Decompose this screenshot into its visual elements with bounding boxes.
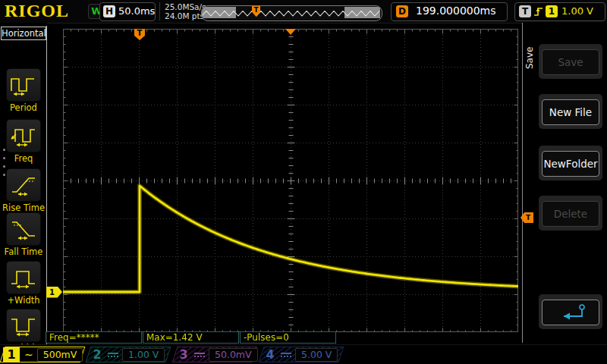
waveform-display: [63, 29, 518, 332]
new-folder-button[interactable]: NewFolder: [539, 146, 602, 180]
delay-badge: D: [396, 5, 408, 17]
channel1-offset-marker[interactable]: 1: [46, 287, 62, 298]
new-file-button[interactable]: New File: [539, 94, 602, 129]
back-button[interactable]: [539, 294, 602, 329]
ac-coupling-icon: ~: [24, 349, 33, 361]
save-button[interactable]: Save: [539, 44, 602, 79]
waveform-preview-strip[interactable]: T: [201, 5, 382, 21]
channel-4[interactable]: 4 5.00 V: [259, 347, 344, 362]
top-status-bar: RIGOL WAIT H 50.0ms 25.0MSa/s 24.0M pts …: [0, 0, 607, 24]
return-icon: [553, 303, 588, 322]
preview-waveform: [202, 6, 380, 19]
rise-time-icon: [9, 173, 38, 197]
dc-coupling-icon: [194, 353, 205, 357]
measure-item-period[interactable]: Period: [0, 68, 47, 113]
trigger-badge: T: [519, 5, 531, 17]
measure-item-rise-time[interactable]: Rise Time: [0, 168, 47, 213]
plus-width-icon: [9, 265, 38, 290]
measurement-max[interactable]: Max=1.42 V: [143, 331, 239, 344]
channel-status-bar: 1 ~ 500mV 2 1.00 V 3 50.0mV 4 5.00: [0, 344, 607, 364]
period-icon: [9, 73, 38, 97]
measure-menu-title: Horizontal: [1, 27, 46, 40]
channel-4-scale: 5.00 V: [295, 348, 338, 362]
measure-item-plus-width[interactable]: +Width: [0, 261, 47, 306]
dc-coupling-icon: [108, 353, 118, 357]
acquisition-info: 25.0MSa/s 24.0M pts: [159, 2, 206, 20]
channel-2-number: 2: [89, 347, 105, 362]
measure-item-freq[interactable]: Freq: [0, 119, 47, 164]
channel-3-scale: 50.0mV: [209, 348, 258, 362]
channel-2-scale: 1.00 V: [122, 348, 165, 362]
delay-value: 199.000000ms: [416, 5, 496, 17]
trigger-level-value: 1.00 V: [561, 5, 593, 17]
channel-3-number: 3: [175, 347, 192, 362]
oscilloscope-screen: RIGOL WAIT H 50.0ms 25.0MSa/s 24.0M pts …: [0, 0, 607, 364]
horizontal-badge: H: [103, 5, 115, 17]
measure-item-fall-time[interactable]: Fall Time: [0, 212, 47, 257]
measurement-freq[interactable]: Freq=*****: [46, 331, 142, 344]
save-menu-tab: Save: [524, 41, 536, 74]
sample-rate: 25.0MSa/s: [165, 2, 206, 11]
channel-1[interactable]: 1 ~ 500mV: [0, 347, 85, 362]
trigger-slope-icon: [533, 5, 544, 17]
measure-menu: Horizontal Period Freq: [0, 23, 47, 345]
delete-button[interactable]: Delete: [539, 196, 602, 231]
channel-4-number: 4: [262, 347, 278, 362]
right-menu-divider: [522, 23, 523, 343]
channel-1-scale: 500mV: [37, 348, 83, 362]
fall-time-icon: [9, 217, 38, 241]
save-menu: Save Save New File NewFolder Delete: [522, 23, 607, 345]
horizontal-scale-value: 50.0ms: [118, 5, 155, 17]
dc-coupling-icon: [281, 353, 291, 357]
measurement-pulses[interactable]: -Pulses=0: [240, 331, 336, 344]
freq-icon: [9, 124, 38, 148]
channel-3[interactable]: 3 50.0mV: [172, 347, 258, 362]
rigol-logo: RIGOL: [5, 1, 69, 21]
channel-2[interactable]: 2 1.00 V: [86, 347, 171, 362]
trigger-source-badge: 1: [546, 5, 558, 17]
minus-width-icon: [9, 313, 38, 337]
channel-1-number: 1: [3, 347, 20, 362]
memory-depth: 24.0M pts: [165, 11, 206, 20]
